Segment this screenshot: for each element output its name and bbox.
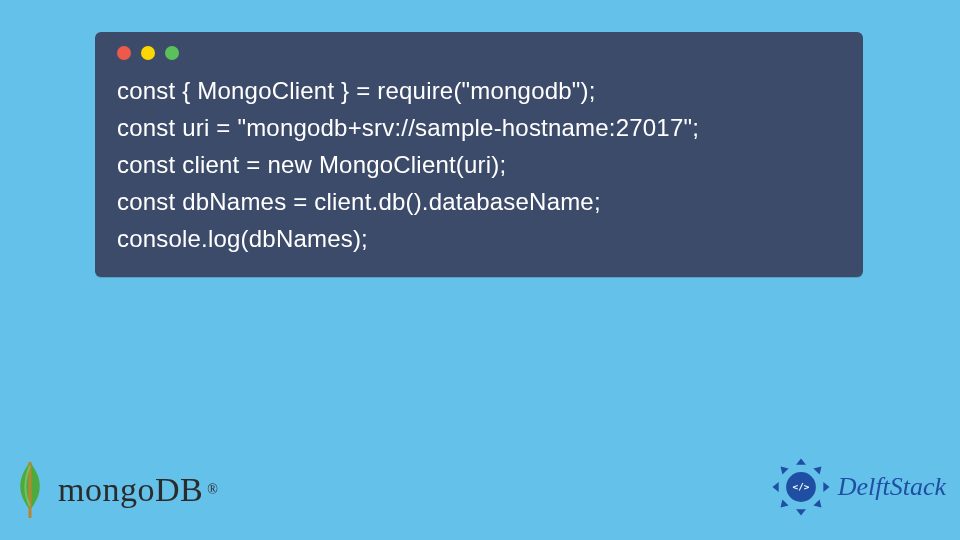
close-dot-icon — [117, 46, 131, 60]
zoom-dot-icon — [165, 46, 179, 60]
svg-marker-5 — [813, 467, 821, 475]
mongodb-logo: mongoDB ® — [10, 460, 218, 520]
delftstack-badge-icon: </> — [770, 456, 832, 518]
svg-marker-2 — [772, 482, 778, 492]
svg-marker-1 — [796, 509, 806, 515]
delftstack-logo: </> DelftStack — [770, 456, 946, 518]
code-window: const { MongoClient } = require("mongodb… — [95, 32, 863, 277]
mongodb-leaf-icon — [10, 460, 50, 520]
svg-marker-4 — [780, 467, 788, 475]
mongodb-registered-mark: ® — [207, 482, 218, 498]
delftstack-wordmark: DelftStack — [838, 472, 946, 502]
svg-marker-7 — [813, 499, 821, 507]
code-block: const { MongoClient } = require("mongodb… — [95, 64, 863, 277]
svg-marker-3 — [823, 482, 829, 492]
svg-marker-6 — [780, 499, 788, 507]
minimize-dot-icon — [141, 46, 155, 60]
svg-text:</>: </> — [792, 481, 809, 492]
svg-marker-0 — [796, 458, 806, 464]
window-traffic-lights — [95, 32, 863, 64]
mongodb-wordmark: mongoDB — [58, 471, 203, 509]
